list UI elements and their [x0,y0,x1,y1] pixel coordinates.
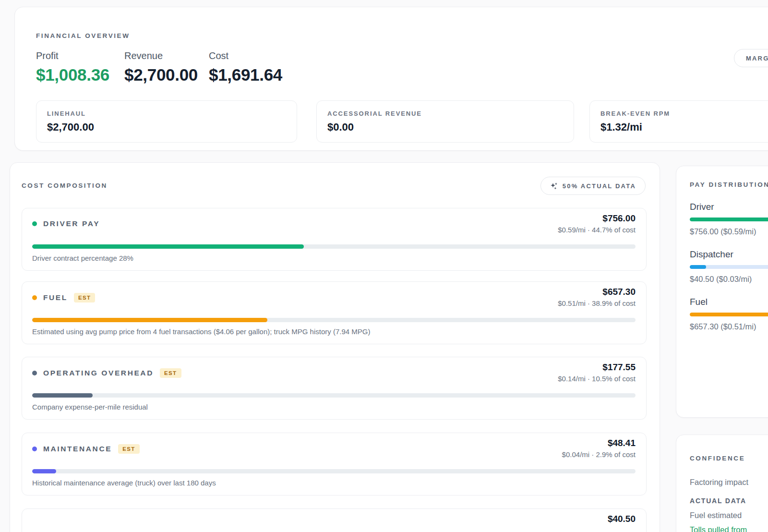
financial-overview-card: FINANCIAL OVERVIEW Profit $1,008.36 Reve… [14,7,768,151]
row-value: $177.55 $0.14/mi · 10.5% of cost [558,362,636,383]
operating-overhead-dot-icon [32,371,37,375]
driver-pay-dist-fill [690,218,768,221]
financial-overview-title: FINANCIAL OVERVIEW [36,32,130,39]
row-title: DRIVER PAY [32,219,100,228]
margin-chip-label: MARGIN [746,55,768,62]
fuel-pay-dist-label: Fuel [690,297,768,307]
accessorial-revenue-value: $0.00 [327,121,563,133]
driver-pay-caption: Driver contract percentage 28% [32,254,133,262]
pay-distribution-card: PAY DISTRIBUTION Driver $756.00 ($0.59/m… [676,166,768,418]
fuel-est-badge: EST [74,293,96,302]
row-value: $756.00 $0.59/mi · 44.7% of cost [558,213,636,234]
fuel-amount: $657.30 [558,287,636,297]
break-even-rpm-value: $1.32/mi [600,121,768,133]
driver-pay-dist-label: Driver [690,202,768,212]
fuel-bar-fill [32,318,267,322]
partial-row-amount: $40.50 [608,514,636,524]
maintenance-dot-icon [32,447,37,451]
fuel-caption: Estimated using avg pump price from 4 fu… [32,327,370,336]
operating-overhead-est-badge: EST [160,368,181,378]
linehaul-label: LINEHAUL [47,110,286,117]
cost-stat: Cost $1,691.64 [209,50,282,85]
cost-composition-card: COST COMPOSITION 50% ACTUAL DATA DRIVER … [10,162,660,532]
driver-pay-bar-track [32,244,636,249]
operating-overhead-bar-fill [32,393,93,398]
pay-distribution-title: PAY DISTRIBUTION [690,181,768,188]
maintenance-detail: $0.04/mi · 2.9% of cost [562,450,636,459]
row-title: MAINTENANCE EST [32,444,140,454]
cost-label: Cost [209,50,282,61]
pay-item-driver: Driver $756.00 ($0.59/mi) [690,202,768,236]
dispatcher-pay-dist-fill [690,265,706,269]
driver-pay-label: DRIVER PAY [43,219,100,228]
revenue-value: $2,700.00 [124,65,198,85]
profit-label: Profit [36,50,109,61]
actual-data-badge-label: 50% ACTUAL DATA [563,182,636,190]
dispatcher-pay-dist-money: $40.50 ($0.03/mi) [690,275,768,284]
cost-row-driver-pay: DRIVER PAY $756.00 $0.59/mi · 44.7% of c… [22,208,647,271]
driver-pay-amount: $756.00 [558,213,636,224]
break-even-rpm-card: BREAK-EVEN RPM $1.32/mi [589,100,768,143]
operating-overhead-detail: $0.14/mi · 10.5% of cost [558,375,636,383]
pay-item-fuel: Fuel $657.30 ($0.51/mi) [690,297,768,331]
driver-pay-detail: $0.59/mi · 44.7% of cost [558,226,636,234]
dispatcher-pay-dist-label: Dispatcher [690,249,768,260]
cost-composition-title: COST COMPOSITION [22,182,108,189]
operating-overhead-label: OPERATING OVERHEAD [43,369,154,377]
cost-row-operating-overhead: OPERATING OVERHEAD EST $177.55 $0.14/mi … [22,357,647,420]
maintenance-bar-track [32,469,636,473]
profit-stat: Profit $1,008.36 [36,50,109,85]
confidence-card: CONFIDENCE Factoring impact ACTUAL DATA … [676,435,768,532]
row-value: $40.50 [608,514,636,524]
fuel-pay-dist-track [690,313,768,316]
pay-item-dispatcher: Dispatcher $40.50 ($0.03/mi) [690,249,768,284]
driver-pay-dist-track [690,218,768,221]
fuel-estimated-line: Fuel estimated [690,511,768,520]
accessorial-revenue-card: ACCESSORIAL REVENUE $0.00 [316,100,574,143]
maintenance-label: MAINTENANCE [43,445,112,453]
maintenance-caption: Historical maintenance average (truck) o… [32,479,216,487]
fuel-bar-track [32,318,636,322]
row-value: $48.41 $0.04/mi · 2.9% of cost [562,438,636,459]
driver-pay-dot-icon [32,221,37,226]
fuel-pay-dist-money: $657.30 ($0.51/mi) [690,322,768,331]
revenue-stat: Revenue $2,700.00 [124,50,198,85]
linehaul-value: $2,700.00 [47,121,286,133]
cost-value: $1,691.64 [209,65,282,85]
fuel-detail: $0.51/mi · 38.9% of cost [558,299,636,307]
driver-pay-dist-money: $756.00 ($0.59/mi) [690,227,768,236]
operating-overhead-bar-track [32,393,636,398]
cost-row-partial: $40.50 [22,508,647,532]
fuel-dot-icon [32,295,37,300]
tolls-line: Tolls pulled from [690,525,768,532]
factoring-line: Factoring impact [690,478,768,487]
accessorial-revenue-label: ACCESSORIAL REVENUE [327,110,563,117]
operating-overhead-caption: Company expense-per-mile residual [32,403,148,411]
profit-value: $1,008.36 [36,65,109,85]
actual-data-badge: 50% ACTUAL DATA [540,177,646,195]
maintenance-amount: $48.41 [562,438,636,448]
row-title: OPERATING OVERHEAD EST [32,368,181,378]
fuel-label: FUEL [43,293,68,302]
sparkles-icon [550,182,558,190]
actual-data-header: ACTUAL DATA [690,497,768,505]
maintenance-est-badge: EST [118,444,140,454]
maintenance-bar-fill [32,469,56,473]
break-even-rpm-label: BREAK-EVEN RPM [600,110,768,117]
row-title: FUEL EST [32,293,95,302]
revenue-label: Revenue [124,50,198,61]
dispatcher-pay-dist-track [690,265,768,269]
driver-pay-bar-fill [32,244,304,249]
row-value: $657.30 $0.51/mi · 38.9% of cost [558,287,636,307]
linehaul-card: LINEHAUL $2,700.00 [36,100,297,143]
cost-row-maintenance: MAINTENANCE EST $48.41 $0.04/mi · 2.9% o… [22,433,647,496]
confidence-title: CONFIDENCE [690,455,768,462]
operating-overhead-amount: $177.55 [558,362,636,373]
cost-row-fuel: FUEL EST $657.30 $0.51/mi · 38.9% of cos… [22,281,647,344]
fuel-pay-dist-fill [690,313,768,316]
margin-chip[interactable]: MARGIN [734,49,768,67]
